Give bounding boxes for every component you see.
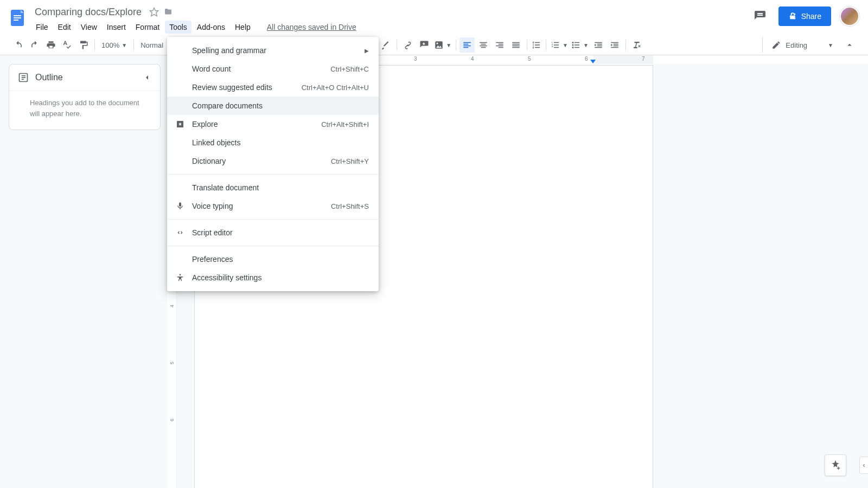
menu-divider <box>167 246 379 246</box>
side-panel-handle-icon[interactable]: ‹ <box>859 457 868 474</box>
svg-point-16 <box>180 274 181 275</box>
line-spacing-icon[interactable] <box>531 37 542 53</box>
separator <box>527 40 527 50</box>
menu-item-wordcount[interactable]: Word count Ctrl+Shift+C <box>167 60 379 78</box>
share-button-label: Share <box>801 12 821 21</box>
insert-comment-icon[interactable] <box>417 37 432 53</box>
outline-icon <box>18 72 29 83</box>
title-area: Comparing docs/Explore File Edit View In… <box>31 4 750 35</box>
menu-tools[interactable]: Tools <box>165 21 192 34</box>
save-status[interactable]: All changes saved in Drive <box>267 23 356 31</box>
code-icon <box>175 228 186 237</box>
paint-format-icon[interactable] <box>76 37 91 53</box>
insert-link-icon[interactable] <box>400 37 416 53</box>
outline-panel: Outline Headings you add to the document… <box>9 64 161 130</box>
menu-item-explore[interactable]: Explore Ctrl+Alt+Shift+I <box>167 115 379 133</box>
star-icon[interactable] <box>149 7 159 17</box>
share-button[interactable]: Share <box>778 7 831 26</box>
align-left-icon[interactable] <box>459 37 475 53</box>
print-icon[interactable] <box>43 37 59 53</box>
svg-rect-1 <box>14 15 21 16</box>
accessibility-icon <box>175 273 186 282</box>
header-right: Share <box>750 7 859 26</box>
outline-title: Outline <box>35 73 136 82</box>
menu-item-compare[interactable]: Compare documents <box>167 97 379 115</box>
menu-item-preferences[interactable]: Preferences <box>167 250 379 268</box>
separator <box>94 40 95 50</box>
move-folder-icon[interactable] <box>163 7 173 17</box>
redo-icon[interactable] <box>27 37 42 53</box>
menu-view[interactable]: View <box>76 21 101 34</box>
decrease-indent-icon[interactable] <box>591 37 606 53</box>
highlight-color-icon[interactable] <box>378 37 393 53</box>
document-title[interactable]: Comparing docs/Explore <box>31 5 145 19</box>
spellcheck-icon[interactable] <box>60 37 75 53</box>
separator <box>133 40 134 50</box>
undo-icon[interactable] <box>11 37 26 53</box>
separator <box>456 40 456 50</box>
menu-divider <box>167 174 379 175</box>
account-avatar[interactable] <box>840 7 859 26</box>
menu-bar: File Edit View Insert Format Tools Add-o… <box>31 20 750 35</box>
bulleted-list-icon[interactable]: ▼ <box>570 37 590 53</box>
outline-empty-text: Headings you add to the document will ap… <box>9 91 160 130</box>
collapse-outline-icon[interactable] <box>143 73 151 82</box>
menu-item-script[interactable]: Script editor <box>167 223 379 242</box>
menu-file[interactable]: File <box>31 21 53 34</box>
paragraph-style-dropdown[interactable]: Normal <box>137 37 170 53</box>
comments-icon[interactable] <box>750 7 770 26</box>
align-center-icon[interactable] <box>476 37 491 53</box>
right-indent-marker[interactable] <box>590 60 596 63</box>
align-justify-icon[interactable] <box>508 37 524 53</box>
menu-item-linked[interactable]: Linked objects <box>167 133 379 152</box>
svg-rect-3 <box>14 20 18 21</box>
collapse-toolbar-icon[interactable] <box>842 37 857 53</box>
editing-mode-dropdown[interactable]: Editing ▼ <box>762 37 838 53</box>
editing-mode-label: Editing <box>786 41 807 49</box>
menu-divider <box>167 219 379 220</box>
svg-point-9 <box>572 47 573 48</box>
increase-indent-icon[interactable] <box>607 37 622 53</box>
separator <box>626 40 626 50</box>
menu-insert[interactable]: Insert <box>103 21 130 34</box>
main-area: Outline Headings you add to the document… <box>0 55 868 488</box>
insert-image-icon[interactable]: ▼ <box>433 37 452 53</box>
zoom-dropdown[interactable]: 100%▼ <box>98 37 130 53</box>
svg-rect-2 <box>14 17 21 18</box>
docs-logo-icon[interactable] <box>7 7 28 28</box>
submenu-arrow-icon: ▶ <box>365 48 369 54</box>
microphone-icon <box>175 202 186 210</box>
menu-addons[interactable]: Add-ons <box>193 21 229 34</box>
menu-edit[interactable]: Edit <box>54 21 75 34</box>
menu-item-review[interactable]: Review suggested edits Ctrl+Alt+O Ctrl+A… <box>167 78 379 97</box>
clear-formatting-icon[interactable] <box>629 37 644 53</box>
explore-fab-icon[interactable] <box>825 454 846 476</box>
header: Comparing docs/Explore File Edit View In… <box>0 0 868 35</box>
menu-item-accessibility[interactable]: Accessibility settings <box>167 268 379 287</box>
toolbar: 100%▼ Normal ▼ ▼ ▼ Editing ▼ <box>0 35 868 55</box>
numbered-list-icon[interactable]: ▼ <box>550 37 569 53</box>
separator <box>397 40 397 50</box>
menu-format[interactable]: Format <box>131 21 164 34</box>
menu-item-dictionary[interactable]: Dictionary Ctrl+Shift+Y <box>167 152 379 170</box>
tools-menu: Spelling and grammar ▶ Word count Ctrl+S… <box>167 37 379 291</box>
align-right-icon[interactable] <box>492 37 507 53</box>
menu-item-translate[interactable]: Translate document <box>167 178 379 197</box>
svg-marker-4 <box>150 8 158 16</box>
menu-help[interactable]: Help <box>231 21 255 34</box>
menu-item-voice[interactable]: Voice typing Ctrl+Shift+S <box>167 197 379 215</box>
svg-point-6 <box>437 43 438 44</box>
explore-icon <box>175 120 186 129</box>
svg-point-8 <box>572 44 573 46</box>
svg-point-7 <box>572 42 573 43</box>
separator <box>546 40 546 50</box>
menu-item-spelling[interactable]: Spelling and grammar ▶ <box>167 41 379 60</box>
